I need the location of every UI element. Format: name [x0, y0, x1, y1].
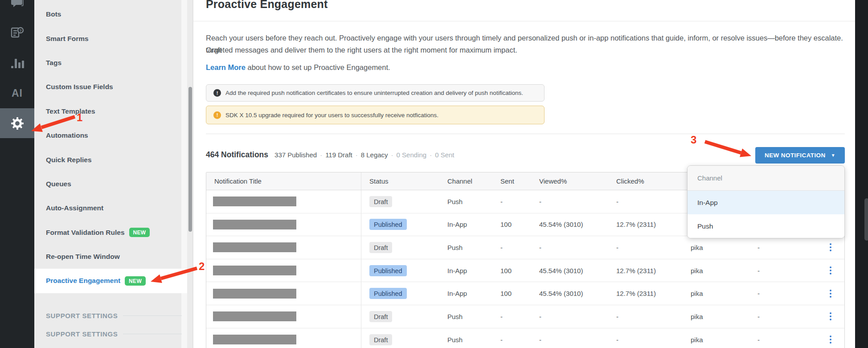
learn-more-line: Learn More about how to set up Proactive… [206, 63, 390, 72]
table-row[interactable]: DraftPush---pika- [206, 305, 844, 328]
table-header-status: Status [361, 172, 439, 190]
kebab-menu-icon[interactable] [828, 288, 833, 299]
viewed-cell: - [531, 190, 608, 213]
status-cell: Draft [361, 190, 439, 213]
sent-cell: 100 [492, 213, 531, 236]
table-header-viewed: Viewed% [531, 172, 608, 190]
sidebar-item-label: Proactive Engagement [46, 277, 120, 285]
notifications-summary: 464 Notifications 337 Published·119 Draf… [206, 150, 454, 160]
sent-cell: 100 [492, 259, 531, 282]
redacted-title-placeholder [213, 266, 296, 275]
extra-cell: - [749, 328, 816, 348]
sent-cell: - [492, 328, 531, 348]
owner-cell: pika [683, 236, 749, 259]
table-header-clicked: Clicked% [608, 172, 683, 190]
status-cell: Draft [361, 236, 439, 259]
extra-cell: - [749, 282, 816, 305]
sidebar-section-support-settings-1: SUPPORT SETTINGS [46, 312, 182, 319]
viewed-cell: 45.54% (3010) [531, 259, 608, 282]
channel-cell: Push [439, 305, 492, 328]
count-119-draft: 119 Draft [325, 151, 352, 159]
sidebar-item-smart-forms[interactable]: Smart Forms [34, 26, 187, 50]
status-badge: Published [369, 288, 407, 299]
sidebar-item-auto-assignment[interactable]: Auto-Assignment [34, 196, 187, 220]
svg-text:?: ? [19, 29, 22, 33]
sidebar-item-label: Automations [46, 131, 88, 139]
viewed-cell: - [531, 305, 608, 328]
new-notification-button[interactable]: NEW NOTIFICATION ▼ [755, 147, 845, 164]
rail-item-settings-active[interactable] [0, 108, 34, 138]
sidebar-item-label: Queues [46, 180, 71, 188]
table-row[interactable]: PublishedIn-App10045.54% (3010)12.7% (23… [206, 259, 844, 282]
learn-more-link[interactable]: Learn More [206, 63, 246, 71]
right-edge-panel [855, 0, 868, 348]
kebab-menu-icon[interactable] [828, 265, 833, 276]
sidebar-item-proactive-engagement[interactable]: Proactive EngagementNEW [34, 269, 187, 293]
settings-gear-icon [10, 116, 25, 131]
clicked-cell: - [608, 305, 683, 328]
sidebar-item-label: Re-open Time Window [46, 253, 120, 261]
new-badge: NEW [125, 276, 146, 286]
sidebar-item-tags[interactable]: Tags [34, 51, 187, 75]
sidebar-item-quick-replies[interactable]: Quick Replies [34, 147, 187, 172]
sent-cell: - [492, 236, 531, 259]
clicked-cell: 12.7% (2311) [608, 213, 683, 236]
notification-title-cell [206, 213, 361, 236]
ai-icon: AI [12, 87, 23, 99]
rail-item-ai[interactable]: AI [0, 86, 34, 101]
new-notification-channel-dropdown: Channel In-AppPush [687, 165, 845, 238]
status-badge: Draft [369, 242, 392, 253]
dropdown-option-in-app[interactable]: In-App [688, 191, 844, 214]
sidebar-item-automations[interactable]: Automations [34, 123, 187, 147]
redacted-title-placeholder [213, 311, 296, 321]
viewed-cell: - [531, 236, 608, 259]
title-divider [193, 21, 856, 21]
sidebar-item-label: Format Validation Rules [46, 229, 125, 237]
status-badge: Draft [369, 334, 392, 345]
count-separator: · [320, 151, 322, 159]
clicked-cell: 12.7% (2311) [608, 259, 683, 282]
sidebar-scrollbar-thumb[interactable] [188, 87, 192, 232]
table-header-notification-title: Notification Title [206, 172, 361, 190]
status-cell: Draft [361, 305, 439, 328]
table-row[interactable]: DraftPush---pika- [206, 236, 844, 259]
sidebar-item-custom-issue-fields[interactable]: Custom Issue Fields [34, 75, 187, 99]
proactive-engagement-page: { "colors": { "brand_blue": "#3d87ca", "… [0, 0, 868, 348]
rail-item-analytics[interactable] [0, 55, 34, 70]
sidebar-item-bots[interactable]: Bots [34, 2, 187, 26]
faq-article-icon: ? [11, 26, 24, 40]
analytics-icon [11, 57, 24, 69]
sidebar-item-text-templates[interactable]: Text Templates [34, 99, 187, 123]
actions-cell [816, 328, 844, 348]
kebab-menu-icon[interactable] [828, 242, 833, 253]
extra-cell: - [749, 236, 816, 259]
status-badge: Draft [369, 311, 392, 322]
page-scrollbar-thumb[interactable] [864, 198, 868, 241]
channel-cell: In-App [439, 282, 492, 305]
learn-more-rest: about how to set up Proactive Engagement… [246, 63, 390, 71]
dropdown-options: In-AppPush [688, 191, 844, 238]
rail-item-conversations[interactable] [0, 0, 34, 11]
table-row[interactable]: PublishedIn-App10045.54% (3010)12.7% (23… [206, 282, 844, 305]
redacted-title-placeholder [213, 289, 296, 299]
rail-item-faqs[interactable]: ? [0, 25, 34, 41]
sidebar-item-queues[interactable]: Queues [34, 172, 187, 196]
sidebar-item-format-validation-rules[interactable]: Format Validation RulesNEW [34, 221, 187, 245]
viewed-cell: 45.54% (3010) [531, 213, 608, 236]
count-337-published: 337 Published [274, 151, 317, 159]
actions-cell [816, 305, 844, 328]
extra-cell: - [749, 259, 816, 282]
table-row[interactable]: DraftPush---pika- [206, 328, 844, 348]
kebab-menu-icon[interactable] [828, 334, 833, 345]
count-separator: · [430, 151, 432, 159]
status-cell: Draft [361, 328, 439, 348]
notifications-counts: 337 Published·119 Draft·8 Legacy·0 Sendi… [274, 151, 454, 159]
section-divider [123, 315, 182, 316]
kebab-menu-icon[interactable] [828, 311, 833, 322]
push-certificates-alert: ! Add the required push notification cer… [206, 84, 545, 102]
status-cell: Published [361, 213, 439, 236]
redacted-title-placeholder [213, 242, 296, 252]
redacted-title-placeholder [213, 335, 296, 344]
sidebar-item-re-open-time-window[interactable]: Re-open Time Window [34, 245, 187, 269]
dropdown-option-push[interactable]: Push [688, 214, 844, 238]
